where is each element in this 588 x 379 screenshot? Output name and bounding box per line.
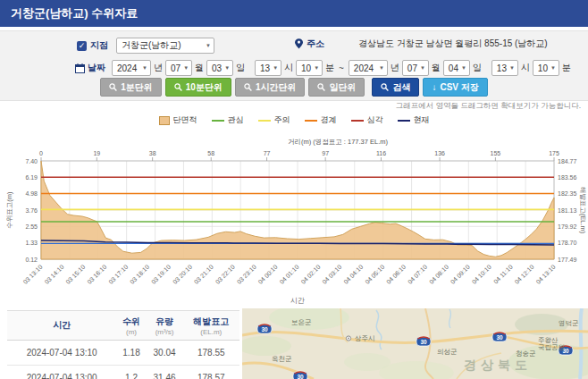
svg-text:03 19:10: 03 19:10: [150, 264, 172, 285]
search-icon: [381, 83, 389, 91]
date-label: 날짜: [88, 62, 105, 74]
year-unit: 년: [154, 62, 163, 74]
svg-text:58: 58: [207, 150, 214, 156]
map-terrain-patch: [242, 336, 291, 356]
table-cell: 31.46: [147, 366, 183, 379]
svg-text:155: 155: [491, 150, 501, 156]
svg-text:03 22:10: 03 22:10: [214, 264, 236, 285]
svg-text:175: 175: [549, 150, 559, 156]
interval-day-button[interactable]: 일단위: [308, 78, 365, 97]
search-button[interactable]: 검색: [372, 78, 419, 97]
table-cell: 2024-07-04 13:10: [7, 341, 116, 366]
legend-item: 단면적: [159, 114, 197, 126]
station-select[interactable]: 거창군(남하교)▼: [116, 38, 214, 54]
download-icon: ↓: [432, 82, 436, 92]
chevron-down-icon: ▼: [461, 65, 466, 71]
page-title: 거창군(남하교) 수위자료: [0, 0, 588, 27]
search-icon: [317, 83, 325, 91]
start-month-select[interactable]: 07▼: [165, 60, 192, 76]
svg-text:04 03:10: 04 03:10: [321, 264, 342, 285]
end-year-select[interactable]: 2024▼: [349, 60, 388, 76]
map-terrain-patch: [344, 353, 391, 371]
svg-text:04 06:10: 04 06:10: [385, 264, 407, 285]
measurement-table-wrap: 시간수위(m)유량(m³/s)해발표고(EL.m)2024-07-04 13:1…: [7, 310, 239, 379]
map-place-label: 의성군: [437, 348, 458, 356]
end-minute-select[interactable]: 10▼: [533, 60, 559, 76]
hour-unit: 시: [521, 62, 530, 74]
water-level-chart[interactable]: 거리(m) (영점표고 : 177.37 EL.m)01938587797116…: [0, 128, 588, 308]
svg-text:03 14:10: 03 14:10: [43, 264, 64, 285]
table-cell: 2024-07-04 13:00: [7, 366, 116, 379]
table-header-cell: 해발표고(EL.m): [183, 311, 240, 341]
svg-text:136: 136: [434, 150, 445, 156]
map-place-label: 옥천군: [272, 355, 292, 363]
svg-text:0.12: 0.12: [25, 257, 38, 263]
map-river: [580, 308, 582, 379]
station-select-value: 거창군(남하교): [122, 39, 181, 52]
interval-1min-button[interactable]: 1분단위: [100, 78, 162, 97]
start-year-select[interactable]: 2024▼: [112, 60, 151, 76]
svg-text:181.13: 181.13: [558, 207, 577, 214]
map-road: [242, 331, 588, 342]
interval-10min-button[interactable]: 10분단위: [165, 78, 231, 97]
expressway-shield: 30: [293, 371, 307, 379]
address-value: 경상남도 거창군 남상면 월평리 855-15 (남하교): [358, 38, 548, 50]
expressway-shield: 30: [492, 332, 507, 341]
map-place-label: 상주시: [355, 334, 375, 342]
svg-text:거리(m) (영점표고 : 177.37 EL.m): 거리(m) (영점표고 : 177.37 EL.m): [288, 138, 389, 146]
minute-unit: 분: [562, 62, 571, 74]
start-hour-select[interactable]: 13▼: [255, 60, 281, 76]
svg-text:04 01:10: 04 01:10: [278, 264, 299, 285]
legend-label: 심각: [367, 114, 383, 126]
svg-text:184.77: 184.77: [558, 158, 577, 164]
legend-swatch: [398, 120, 410, 122]
svg-text:03 20:10: 03 20:10: [172, 264, 193, 285]
svg-text:30: 30: [261, 326, 268, 333]
legend-item: 심각: [351, 114, 383, 126]
svg-text:77: 77: [264, 150, 271, 156]
legend-item: 관심: [212, 114, 244, 126]
end-hour-select[interactable]: 13▼: [491, 60, 518, 76]
search-icon: [174, 83, 182, 91]
svg-text:30: 30: [496, 334, 503, 341]
interval-toolbar: 1분단위 10분단위 1시간단위 일단위 검색 ↓CSV 저장: [0, 78, 588, 97]
csv-download-button[interactable]: ↓CSV 저장: [423, 78, 487, 97]
svg-text:04 05:10: 04 05:10: [364, 264, 385, 285]
hour-unit: 시: [284, 62, 293, 74]
svg-text:04 10:10: 04 10:10: [471, 264, 492, 285]
svg-text:7.40: 7.40: [25, 158, 38, 164]
date-range-separator: ~: [337, 63, 346, 73]
start-minute-select[interactable]: 10▼: [296, 60, 323, 76]
svg-text:03 23:10: 03 23:10: [236, 264, 257, 285]
svg-text:04 09:10: 04 09:10: [449, 264, 471, 285]
station-map[interactable]: 3030303030보은군옥천군상주시의성군청송군영덕군주왕산국립공원경상북도: [242, 308, 588, 379]
svg-text:수위표고(m): 수위표고(m): [5, 191, 13, 229]
svg-text:03 21:10: 03 21:10: [193, 264, 214, 285]
end-day-select[interactable]: 04▼: [443, 60, 470, 76]
table-row: 2024-07-04 13:101.1830.04178.55: [7, 341, 239, 366]
table-header-cell: 수위(m): [116, 311, 146, 341]
date-row: 날짜 2024▼ 년 07▼ 월 03▼ 일 13▼ 시 10▼ 분 ~ 202…: [75, 60, 571, 76]
chevron-down-icon: ▼: [142, 65, 147, 71]
minute-unit: 분: [325, 62, 334, 74]
map-region-watermark: 경상북도: [464, 358, 532, 372]
address-row: 주소 경상남도 거창군 남상면 월평리 855-15 (남하교): [295, 38, 548, 50]
svg-text:03 13:10: 03 13:10: [21, 264, 43, 285]
day-unit: 일: [236, 62, 245, 74]
interval-1hour-button[interactable]: 1시간단위: [235, 78, 306, 97]
title-bar: 거창군(남하교) 수위자료: [0, 0, 588, 27]
expressway-shield: 30: [416, 336, 431, 346]
legend-label: 관심: [228, 114, 244, 126]
chart-zoom-hint: 그래프에서 영역을 드래그하면 확대보기가 가능합니다.: [396, 101, 581, 112]
chevron-down-icon: ▼: [206, 43, 211, 48]
svg-text:04 02:10: 04 02:10: [299, 264, 321, 285]
year-unit: 년: [391, 62, 399, 74]
chevron-down-icon: ▼: [550, 65, 556, 71]
table-cell: 30.04: [147, 341, 183, 366]
legend-label: 경계: [321, 114, 337, 126]
svg-text:03 16:10: 03 16:10: [86, 264, 107, 285]
start-day-select[interactable]: 03▼: [206, 60, 233, 76]
end-month-select[interactable]: 07▼: [402, 60, 429, 76]
svg-text:179.92: 179.92: [558, 223, 577, 230]
map-river: [449, 309, 450, 328]
